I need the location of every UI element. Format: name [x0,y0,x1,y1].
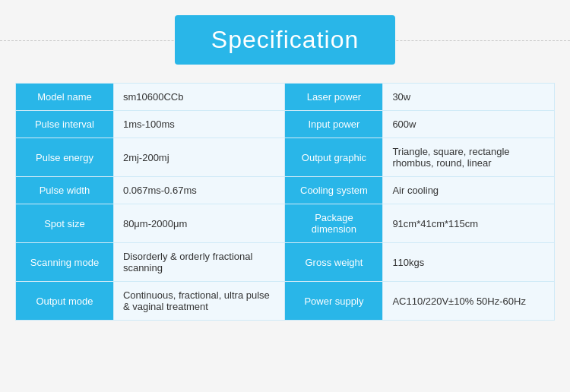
label-right-1: Input power [285,111,383,138]
value-right-3: Air cooling [383,177,555,204]
table-row: Pulse interval1ms-100msInput power600w [16,111,555,138]
specification-table: Model namesm10600CCbLaser power30wPulse … [15,83,555,321]
label-right-0: Laser power [285,84,383,111]
value-right-2: Triangle, square, rectangle rhombus, rou… [383,138,555,177]
label-left-2: Pulse energy [16,138,114,177]
label-left-0: Model name [16,84,114,111]
label-right-6: Power supply [285,282,383,321]
value-right-6: AC110/220V±10% 50Hz-60Hz [383,282,555,321]
table-row: Output modeContinuous, fractional, ultra… [16,282,555,321]
value-right-0: 30w [383,84,555,111]
value-left-4: 80μm-2000μm [113,204,285,243]
page-title: Specification [175,15,395,65]
value-left-5: Disorderly & orderly fractional scanning [113,243,285,282]
value-left-2: 2mj-200mj [113,138,285,177]
label-left-6: Output mode [16,282,114,321]
value-left-6: Continuous, fractional, ultra pulse & va… [113,282,285,321]
label-right-3: Cooling system [285,177,383,204]
value-left-1: 1ms-100ms [113,111,285,138]
table-row: Spot size80μm-2000μmPackage dimension91c… [16,204,555,243]
table-row: Scanning modeDisorderly & orderly fracti… [16,243,555,282]
value-right-5: 110kgs [383,243,555,282]
table-row: Pulse width0.067ms-0.67msCooling systemA… [16,177,555,204]
value-left-0: sm10600CCb [113,84,285,111]
label-left-1: Pulse interval [16,111,114,138]
value-right-1: 600w [383,111,555,138]
label-left-5: Scanning mode [16,243,114,282]
value-left-3: 0.067ms-0.67ms [113,177,285,204]
label-right-4: Package dimension [285,204,383,243]
label-left-3: Pulse width [16,177,114,204]
table-row: Model namesm10600CCbLaser power30w [16,84,555,111]
value-right-4: 91cm*41cm*115cm [383,204,555,243]
label-left-4: Spot size [16,204,114,243]
table-row: Pulse energy2mj-200mjOutput graphicTrian… [16,138,555,177]
label-right-5: Gross weight [285,243,383,282]
label-right-2: Output graphic [285,138,383,177]
header-section: Specification [0,15,570,65]
